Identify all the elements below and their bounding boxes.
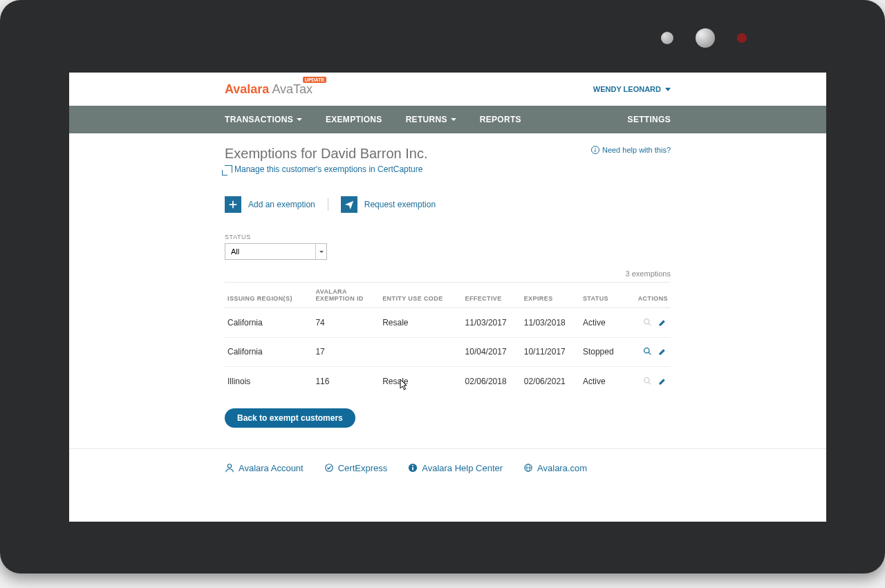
col-effective[interactable]: EFFECTIVE: [463, 283, 521, 308]
help-text: Need help with this?: [602, 146, 671, 154]
camera-dot: [661, 32, 673, 44]
svg-point-4: [644, 377, 649, 382]
info-icon: [408, 463, 418, 473]
user-name: WENDY LEONARD: [593, 85, 661, 93]
chevron-down-icon: [665, 88, 671, 91]
nav-exemptions[interactable]: EXEMPTIONS: [326, 115, 382, 124]
edit-icon[interactable]: [657, 317, 668, 328]
cell-status: Stopped: [580, 337, 626, 367]
search-icon[interactable]: [642, 316, 653, 328]
cell-expires: 10/11/2017: [521, 337, 580, 367]
col-entity[interactable]: ENTITY USE CODE: [380, 283, 462, 308]
nav-returns[interactable]: RETURNS: [406, 115, 456, 124]
cell-actions: [626, 308, 671, 338]
col-expires[interactable]: EXPIRES: [521, 283, 580, 308]
nav-label: REPORTS: [480, 115, 521, 124]
check-badge-icon: [324, 463, 334, 473]
exemptions-table: ISSUING REGION(S) AVALARAEXEMPTION ID EN…: [225, 282, 671, 396]
logo-brand: Avalara: [225, 82, 269, 97]
svg-point-0: [644, 319, 649, 323]
camera-bar: [0, 28, 885, 48]
search-icon[interactable]: [642, 375, 653, 386]
content: i Need help with this? Exemptions for Da…: [69, 133, 826, 448]
send-icon: [341, 196, 357, 213]
cell-region: California: [225, 337, 313, 367]
col-actions: ACTIONS: [626, 283, 671, 308]
cell-expires: 02/06/2021: [521, 367, 580, 396]
footer-label: Avalara Account: [239, 463, 304, 473]
select-value: All: [231, 247, 239, 256]
back-button[interactable]: Back to exempt customers: [225, 408, 355, 428]
footer-help[interactable]: Avalara Help Center: [408, 463, 503, 473]
request-label: Request exemption: [364, 200, 436, 209]
cell-status: Active: [580, 308, 626, 338]
external-link-icon: [225, 165, 232, 173]
svg-line-1: [649, 323, 651, 325]
nav-settings[interactable]: SETTINGS: [628, 115, 671, 124]
cell-region: California: [225, 308, 313, 338]
cell-id: 116: [313, 367, 380, 396]
footer-site[interactable]: Avalara.com: [523, 463, 587, 473]
footer-label: CertExpress: [338, 463, 388, 473]
chevron-down-icon: [319, 251, 324, 253]
add-exemption-button[interactable]: Add an exemption: [225, 196, 315, 213]
cell-effective: 10/04/2017: [463, 337, 521, 367]
person-icon: [225, 463, 234, 473]
edit-icon[interactable]: [657, 376, 668, 387]
col-region[interactable]: ISSUING REGION(S): [225, 283, 313, 308]
nav-label: EXEMPTIONS: [326, 115, 382, 124]
help-link[interactable]: i Need help with this?: [591, 146, 671, 154]
cell-entity: Resale: [380, 308, 462, 338]
footer-label: Avalara.com: [537, 463, 587, 473]
status-select[interactable]: All: [225, 243, 327, 260]
cell-entity: [380, 337, 462, 367]
cell-region: Illinois: [225, 367, 313, 396]
filter-label: STATUS: [225, 234, 671, 240]
logo[interactable]: Avalara AvaTax UPDATE: [225, 82, 313, 97]
table-row: Illinois116Resale02/06/201802/06/2021Act…: [225, 367, 671, 396]
footer: Avalara Account CertExpress Avalara Help…: [69, 448, 826, 487]
logo-badge: UPDATE: [303, 77, 326, 83]
nav-reports[interactable]: REPORTS: [480, 115, 521, 124]
search-icon[interactable]: [642, 346, 653, 357]
navbar: TRANSACTIONS EXEMPTIONS RETURNS REPORTS …: [69, 106, 826, 133]
cell-id: 74: [313, 308, 380, 338]
divider: [328, 198, 328, 211]
chevron-down-icon: [297, 118, 302, 121]
manage-link-text: Manage this customer's exemptions in Cer…: [234, 164, 422, 174]
count-label: 3 exemptions: [225, 269, 671, 278]
nav-transactions[interactable]: TRANSACTIONS: [225, 115, 302, 124]
cell-actions: [626, 337, 671, 367]
cell-expires: 11/03/2018: [521, 308, 580, 338]
footer-label: Avalara Help Center: [422, 463, 503, 473]
camera-lens: [696, 28, 715, 48]
svg-line-5: [649, 382, 651, 384]
info-icon: i: [591, 146, 599, 154]
manage-link[interactable]: Manage this customer's exemptions in Cer…: [225, 164, 422, 174]
footer-certexpress[interactable]: CertExpress: [324, 463, 388, 473]
globe-icon: [523, 463, 533, 473]
svg-point-10: [412, 465, 413, 466]
add-label: Add an exemption: [248, 200, 315, 209]
col-status[interactable]: STATUS: [580, 283, 626, 308]
cell-status: Active: [580, 367, 626, 396]
cell-effective: 02/06/2018: [463, 367, 521, 396]
user-menu[interactable]: WENDY LEONARD: [593, 85, 671, 93]
action-bar: Add an exemption Request exemption: [225, 196, 671, 213]
filter-row: STATUS All: [225, 234, 671, 260]
plus-icon: [225, 196, 241, 213]
chevron-down-icon: [451, 118, 456, 121]
cell-effective: 11/03/2017: [463, 308, 521, 338]
cell-entity: Resale: [380, 367, 462, 396]
table-row: California74Resale11/03/201711/03/2018Ac…: [225, 308, 671, 338]
table-row: California1710/04/201710/11/2017Stopped: [225, 337, 671, 367]
nav-label: TRANSACTIONS: [225, 115, 293, 124]
footer-account[interactable]: Avalara Account: [225, 463, 304, 473]
svg-point-6: [227, 464, 231, 468]
topbar: Avalara AvaTax UPDATE WENDY LEONARD: [69, 73, 826, 106]
logo-product: AvaTax: [272, 82, 313, 97]
camera-led: [737, 33, 747, 43]
request-exemption-button[interactable]: Request exemption: [341, 196, 436, 213]
col-exemption-id[interactable]: AVALARAEXEMPTION ID: [313, 283, 380, 308]
edit-icon[interactable]: [657, 346, 668, 357]
